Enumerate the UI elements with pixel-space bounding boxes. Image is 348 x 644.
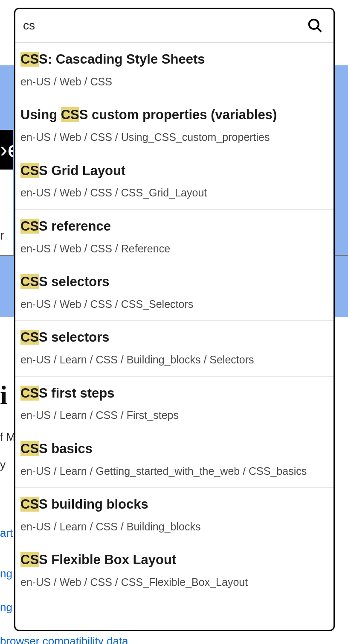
search-icon bbox=[307, 18, 323, 34]
search-result-highlight: CS bbox=[20, 552, 39, 567]
search-result-title-suffix: S first steps bbox=[39, 386, 114, 401]
search-bar bbox=[15, 9, 334, 43]
search-result-path: en-US / Web / CSS / CSS_Selectors bbox=[20, 297, 328, 311]
search-result-item[interactable]: CSS selectorsen-US / Learn / CSS / Build… bbox=[15, 321, 334, 376]
search-result-highlight: CS bbox=[20, 52, 39, 67]
search-result-item[interactable]: CSS selectorsen-US / Web / CSS / CSS_Sel… bbox=[15, 265, 334, 321]
search-result-item[interactable]: CSS first stepsen-US / Learn / CSS / Fir… bbox=[15, 377, 334, 432]
search-result-title: CSS selectors bbox=[20, 329, 328, 346]
bg-text-y: y bbox=[0, 458, 14, 471]
search-result-highlight: CS bbox=[20, 163, 39, 178]
search-result-title: CSS reference bbox=[20, 218, 328, 235]
search-result-path: en-US / Web / CSS bbox=[20, 75, 328, 89]
search-result-title-suffix: S Grid Layout bbox=[39, 163, 125, 178]
search-button[interactable] bbox=[306, 17, 324, 35]
search-result-highlight: CS bbox=[20, 386, 39, 401]
svg-point-0 bbox=[309, 20, 319, 29]
search-result-title-suffix: S: Cascading Style Sheets bbox=[39, 52, 205, 67]
search-result-path: en-US / Web / CSS / CSS_Grid_Layout bbox=[20, 186, 328, 200]
bg-heading-fragment: i bbox=[0, 380, 14, 410]
bg-link-ng1[interactable]: ng bbox=[0, 567, 14, 580]
search-result-highlight: CS bbox=[20, 330, 39, 345]
search-result-title: CSS building blocks bbox=[20, 496, 328, 513]
search-input[interactable] bbox=[23, 19, 306, 32]
search-result-path: en-US / Web / CSS / Using_CSS_custom_pro… bbox=[20, 130, 328, 144]
search-result-title-suffix: S building blocks bbox=[39, 497, 148, 512]
search-result-title-suffix: S custom properties (variables) bbox=[79, 107, 277, 122]
search-result-path: en-US / Learn / CSS / Building_blocks bbox=[20, 520, 328, 534]
search-result-path: en-US / Learn / CSS / Building_blocks / … bbox=[20, 353, 328, 367]
search-result-item[interactable]: CSS referenceen-US / Web / CSS / Referen… bbox=[15, 210, 334, 265]
search-result-title-suffix: S reference bbox=[39, 219, 111, 234]
bg-link-browser[interactable]: browser compatibility data bbox=[0, 635, 128, 644]
search-result-path: en-US / Learn / Getting_started_with_the… bbox=[20, 464, 328, 478]
search-result-title-suffix: S selectors bbox=[39, 330, 109, 345]
bg-text-r: r bbox=[0, 229, 14, 243]
search-result-highlight: CS bbox=[61, 107, 79, 122]
search-result-item[interactable]: Using CSS custom properties (variables)e… bbox=[15, 98, 334, 154]
search-result-item[interactable]: CSS Grid Layouten-US / Web / CSS / CSS_G… bbox=[15, 154, 334, 210]
search-result-title-suffix: S selectors bbox=[39, 274, 109, 289]
search-result-title: CSS selectors bbox=[20, 274, 328, 290]
search-result-path: en-US / Web / CSS / CSS_Flexible_Box_Lay… bbox=[20, 575, 328, 589]
search-result-item[interactable]: CSS Flexible Box Layouten-US / Web / CSS… bbox=[15, 543, 334, 598]
search-result-title-suffix: S Flexible Box Layout bbox=[39, 552, 176, 567]
search-result-title: CSS Flexible Box Layout bbox=[20, 552, 328, 568]
search-result-item[interactable]: CSS: Cascading Style Sheetsen-US / Web /… bbox=[15, 43, 334, 98]
search-result-title-suffix: S basics bbox=[39, 441, 93, 456]
bg-link-ng2[interactable]: ng bbox=[0, 601, 14, 614]
search-result-title: CSS basics bbox=[20, 441, 328, 457]
bg-text-f: f M bbox=[0, 430, 14, 444]
svg-line-1 bbox=[317, 28, 321, 32]
search-result-title-prefix: Using bbox=[20, 107, 61, 122]
search-result-title: CSS first steps bbox=[20, 385, 328, 402]
search-result-highlight: CS bbox=[20, 441, 39, 456]
search-result-title: CSS Grid Layout bbox=[20, 163, 328, 179]
search-result-title: CSS: Cascading Style Sheets bbox=[20, 51, 328, 68]
search-results-list: CSS: Cascading Style Sheetsen-US / Web /… bbox=[15, 43, 334, 630]
search-result-highlight: CS bbox=[20, 219, 39, 234]
search-result-item[interactable]: CSS building blocksen-US / Learn / CSS /… bbox=[15, 488, 334, 543]
bg-logo-fragment: ›ϵ bbox=[0, 130, 13, 170]
search-result-path: en-US / Web / CSS / Reference bbox=[20, 242, 328, 256]
search-result-path: en-US / Learn / CSS / First_steps bbox=[20, 408, 328, 422]
search-result-highlight: CS bbox=[20, 274, 39, 289]
search-result-item[interactable]: CSS basicsen-US / Learn / Getting_starte… bbox=[15, 432, 334, 488]
search-result-highlight: CS bbox=[20, 497, 39, 512]
search-result-title: Using CSS custom properties (variables) bbox=[20, 107, 328, 123]
bg-link-art[interactable]: art bbox=[0, 527, 14, 540]
search-dropdown-panel: CSS: Cascading Style Sheetsen-US / Web /… bbox=[14, 8, 335, 631]
